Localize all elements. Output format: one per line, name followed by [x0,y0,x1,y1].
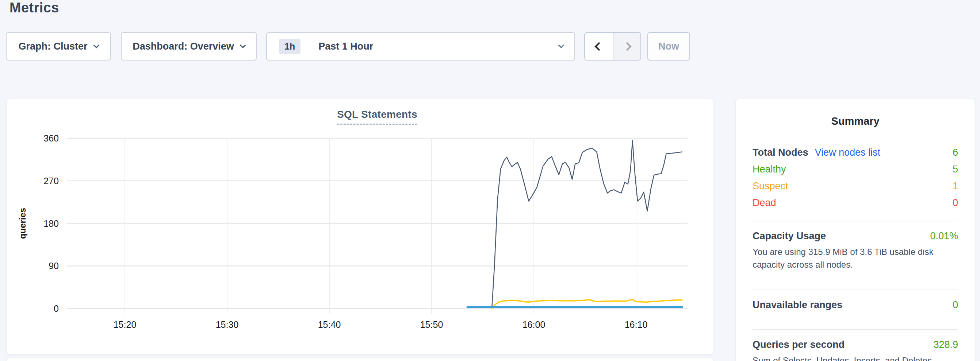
healthy-value: 5 [953,164,958,175]
time-range-dropdown[interactable]: 1h Past 1 Hour [266,32,575,60]
capacity-usage-description: You are using 315.9 MiB of 3.6 TiB usabl… [752,245,958,271]
chevron-left-icon [594,42,603,51]
chevron-down-icon [93,42,99,49]
healthy-nodes-row: Healthy 5 [752,161,958,177]
dead-value: 0 [953,197,958,209]
graph-scope-dropdown[interactable]: Graph: Cluster [6,32,111,60]
view-nodes-list-link[interactable]: View nodes list [815,147,881,158]
capacity-usage-section: Capacity Usage 0.01% You are using 315.9… [752,221,958,280]
y-axis-label: queries [18,208,27,239]
x-tick-label: 16:00 [522,320,546,329]
dashboard-dropdown[interactable]: Dashboard: Overview [121,32,257,60]
dead-nodes-row: Dead 0 [752,194,958,211]
y-tick-label: 0 [54,303,59,314]
time-range-label: Past 1 Hour [318,41,373,52]
total-nodes-label: Total Nodes [752,147,808,158]
summary-title: Summary [752,115,958,127]
x-tick-label: 15:50 [420,320,443,329]
x-tick-label: 15:40 [318,320,341,329]
suspect-nodes-row: Suspect 1 [752,177,958,194]
node-status-rows: Total Nodes View nodes list 6 Healthy 5 … [752,144,958,211]
graph-scope-dropdown-label: Graph: Cluster [18,41,87,52]
total-nodes-row: Total Nodes View nodes list 6 [752,144,958,161]
chevron-down-icon [240,42,246,49]
unavailable-ranges-section: Unavailable ranges 0 [752,290,958,320]
chevron-down-icon [558,42,565,49]
y-tick-label: 270 [43,176,59,186]
x-tick-label: 15:30 [216,320,239,329]
queries-per-second-value: 328.9 [933,339,958,350]
y-tick-label: 180 [43,218,59,229]
queries-per-second-label: Queries per second [752,339,845,350]
x-tick-label: 15:20 [113,320,137,329]
previous-timespan-button[interactable] [585,33,612,60]
summary-panel: Summary Total Nodes View nodes list 6 He… [736,99,975,361]
capacity-usage-label: Capacity Usage [752,230,826,242]
chart-plot-area: 15:2015:3015:4015:5016:0016:100901802703… [6,122,713,348]
y-tick-label: 90 [49,261,59,271]
queries-per-second-description: Sum of Selects, Updates, Inserts, and De… [752,354,958,361]
x-tick-label: 16:10 [625,320,648,329]
dashboard-dropdown-label: Dashboard: Overview [132,41,234,52]
time-range-badge: 1h [279,39,301,54]
next-chart-card-partial [6,358,713,361]
unavailable-ranges-value: 0 [953,299,958,311]
healthy-label: Healthy [752,164,786,175]
next-timespan-button-disabled[interactable] [612,33,640,60]
chart-line-dark-blue-line [492,141,682,308]
suspect-label: Suspect [752,180,788,192]
suspect-value: 1 [953,180,958,192]
total-nodes-value: 6 [953,147,958,158]
metrics-page: { "page": { "title": "Metrics" }, "toolb… [0,0,980,361]
chevron-right-icon [622,42,631,51]
time-pager [584,32,641,60]
y-tick-label: 360 [43,133,59,143]
dead-label: Dead [752,197,776,209]
sql-statements-chart-card: SQL Statements 15:2015:3015:4015:5016:00… [6,99,713,355]
sql-statements-chart: 15:2015:3015:4015:5016:0016:100901802703… [6,122,713,348]
queries-per-second-section: Queries per second 328.9 Sum of Selects,… [752,330,958,361]
unavailable-ranges-label: Unavailable ranges [752,299,842,311]
page-title: Metrics [10,0,59,16]
now-button-disabled[interactable]: Now [648,32,690,60]
capacity-usage-value: 0.01% [930,230,958,242]
